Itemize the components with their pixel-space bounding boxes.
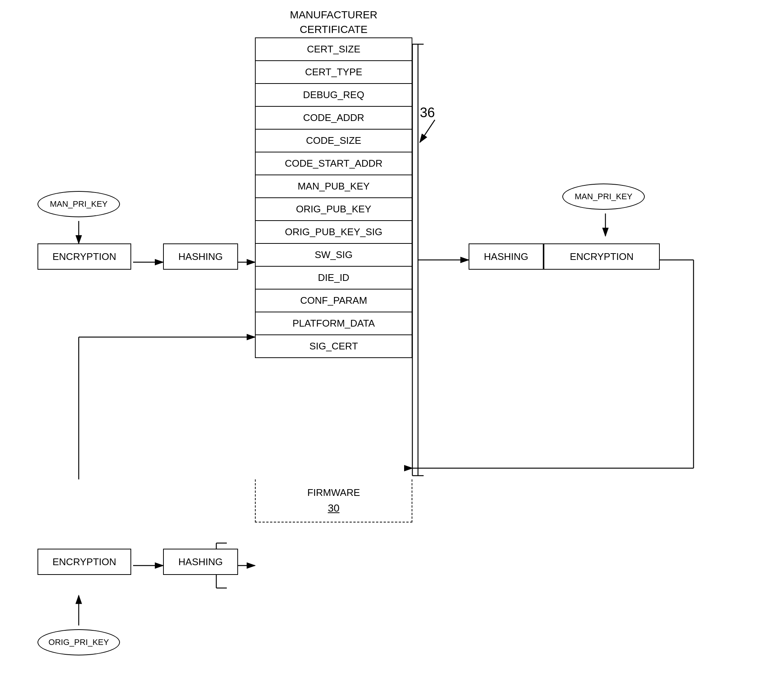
cert-row-cert-type: CERT_TYPE xyxy=(256,61,411,84)
hashing-left-box: HASHING xyxy=(163,243,238,270)
label-36: 36 xyxy=(420,105,435,121)
orig-pri-key-oval: ORIG_PRI_KEY xyxy=(37,629,120,655)
firmware-section: FIRMWARE 30 xyxy=(255,479,412,522)
encryption-left-box: ENCRYPTION xyxy=(37,243,131,270)
cert-row-sw-sig: SW_SIG xyxy=(256,244,411,267)
cert-row-orig-pub-key-sig: ORIG_PUB_KEY_SIG xyxy=(256,221,411,244)
encryption-right-box: ENCRYPTION xyxy=(543,243,660,270)
cert-row-orig-pub-key: ORIG_PUB_KEY xyxy=(256,198,411,221)
diagram-container: MANUFACTURER CERTIFICATE CERT_SIZE CERT_… xyxy=(0,0,779,700)
firmware-label: FIRMWARE xyxy=(259,487,408,498)
cert-row-code-size: CODE_SIZE xyxy=(256,130,411,152)
cert-row-code-start-addr: CODE_START_ADDR xyxy=(256,152,411,175)
cert-row-debug-req: DEBUG_REQ xyxy=(256,84,411,107)
cert-row-sig-cert: SIG_CERT xyxy=(256,335,411,357)
cert-table: CERT_SIZE CERT_TYPE DEBUG_REQ CODE_ADDR … xyxy=(255,37,412,358)
man-pri-key-right-oval: MAN_PRI_KEY xyxy=(562,183,645,210)
cert-row-cert-size: CERT_SIZE xyxy=(256,38,411,61)
cert-title: MANUFACTURER CERTIFICATE xyxy=(255,7,412,37)
svg-line-17 xyxy=(420,120,435,142)
cert-row-platform-data: PLATFORM_DATA xyxy=(256,312,411,335)
cert-row-man-pub-key: MAN_PUB_KEY xyxy=(256,175,411,198)
encryption-bottom-box: ENCRYPTION xyxy=(37,549,131,575)
cert-row-conf-param: CONF_PARAM xyxy=(256,290,411,312)
cert-row-code-addr: CODE_ADDR xyxy=(256,107,411,130)
man-pri-key-left-oval: MAN_PRI_KEY xyxy=(37,191,120,217)
hashing-bottom-box: HASHING xyxy=(163,549,238,575)
firmware-number: 30 xyxy=(259,502,408,514)
hashing-right-box: HASHING xyxy=(469,243,543,270)
cert-row-die-id: DIE_ID xyxy=(256,267,411,290)
